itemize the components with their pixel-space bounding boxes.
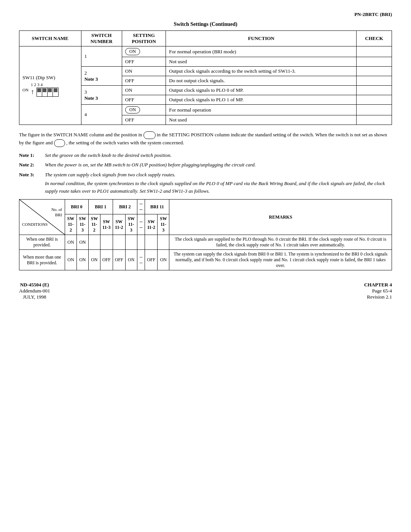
dip-switch-1	[37, 88, 42, 96]
diagonal-top-text: No. ofBRI	[21, 207, 63, 217]
col-header-check: CHECK	[357, 31, 392, 46]
footer-right: CHAPTER 4 Page 65-4 Revision 2.1	[364, 282, 392, 300]
sw-number-3: 3Note 3	[81, 86, 122, 105]
page-header: PN-2BRTC (BRI)	[19, 11, 392, 18]
footer-date: JULY, 1998	[19, 294, 50, 300]
switch-diagram: 1 2 3 4 ON ↑	[22, 82, 78, 97]
sw-number-1: 1	[81, 46, 122, 67]
footer-doc-number: ND-45504 (E)	[19, 282, 50, 288]
col-header-function: FUNCTION	[166, 31, 357, 46]
dip-switch-2	[42, 88, 48, 96]
condition-1: When one BRI is provided.	[19, 235, 65, 250]
section-title: Switch Settings (Continued)	[19, 21, 392, 27]
bri0-sw113-header: SW11-3	[76, 214, 88, 235]
bri-11-header: BRI 11	[145, 200, 169, 214]
r1-bri2-sw112	[113, 235, 125, 250]
dip-label: 1 2 3 4	[31, 82, 43, 87]
pos-on-2: ON	[122, 67, 166, 76]
on-label: ON	[22, 88, 29, 92]
bri11-sw112-header: SW11-2	[145, 214, 158, 235]
check-on-2	[357, 67, 392, 76]
func-on-4: For normal operation	[166, 105, 357, 115]
func-on-2: Output clock signals according to the sw…	[166, 67, 357, 76]
col-header-switch-number: SWITCHNUMBER	[81, 31, 122, 46]
note-1-text: Set the groove on the switch knob to the…	[45, 152, 172, 159]
header-title: PN-2BRTC (BRI)	[354, 11, 392, 17]
note-1-label: Note 1:	[19, 152, 42, 159]
r1-bri2-sw113	[125, 235, 137, 250]
r2-bri11-sw112: OFF	[145, 250, 158, 270]
check-on-1	[357, 46, 392, 57]
footnote-text: The figure in the SWITCH NAME column and…	[19, 131, 392, 147]
func-off-1: Not used	[166, 57, 357, 67]
bri0-sw112-header: SW11-2	[65, 214, 77, 235]
r1-remarks: The clock signals are supplied to the PL…	[169, 235, 392, 250]
bri-table: No. ofBRI CONDITIONS BRI 0 BRI 1 BRI 2 -…	[19, 199, 392, 270]
bri1-sw112-header: SW11-2	[88, 214, 100, 235]
check-on-3	[357, 86, 392, 95]
note-2-label: Note 2:	[19, 161, 42, 169]
bri1-sw113-header: SW11-3	[100, 214, 113, 235]
check-off-2	[357, 76, 392, 86]
footer-page: Page 65-4	[364, 288, 392, 294]
r2-bri0-sw113: ON	[76, 250, 88, 270]
switch-name-label: SW11 (Dip SW)	[22, 75, 78, 81]
check-on-4	[357, 105, 392, 115]
note-3: Note 3: The system can supply clock sign…	[19, 171, 392, 195]
page-footer: ND-45504 (E) Addendum-001 JULY, 1998 CHA…	[19, 282, 392, 300]
diagonal-header-cell: No. ofBRI CONDITIONS	[19, 200, 65, 235]
r2-bri1-sw113: OFF	[100, 250, 113, 270]
footer-revision: Revision 2.1	[364, 294, 392, 300]
check-off-4	[357, 115, 392, 125]
dip-switch-3	[48, 88, 53, 96]
r1-bri11-sw113	[158, 235, 169, 250]
switch-settings-table: SWITCH NAME SWITCHNUMBER SETTINGPOSITION…	[19, 30, 392, 125]
note-2: Note 2: When the power is on, set the MB…	[19, 161, 392, 169]
col-header-setting-position: SETTINGPOSITION	[122, 31, 166, 46]
footer-left: ND-45504 (E) Addendum-001 JULY, 1998	[19, 282, 50, 300]
note-3-line2: In normal condition, the system synchron…	[45, 180, 392, 195]
bri-2-header: BRI 2	[113, 200, 137, 214]
footnote-paragraph: The figure in the SWITCH NAME column and…	[19, 131, 392, 147]
note-1: Note 1: Set the groove on the switch kno…	[19, 152, 392, 159]
r1-bri11-sw112	[145, 235, 158, 250]
check-off-1	[357, 57, 392, 67]
note-3-line1: The system can supply clock signals from…	[45, 171, 392, 179]
func-on-1: For normal operation (BRI mode)	[166, 46, 357, 57]
bri-0-header: BRI 0	[65, 200, 89, 214]
r1-bri1-sw112	[88, 235, 100, 250]
arrow-up-icon: ↑	[31, 88, 34, 96]
condition-2: When more than one BRI is provided.	[19, 250, 65, 270]
switch-name-cell: SW11 (Dip SW) 1 2 3 4 ON ↑	[19, 46, 81, 125]
check-off-3	[357, 95, 392, 105]
pos-off-4: OFF	[122, 115, 166, 125]
remarks-header: REMARKS	[169, 200, 392, 235]
bri11-sw113-header: SW11-3	[158, 214, 169, 235]
pos-on-3: ON	[122, 86, 166, 95]
r2-bri1-sw112: ON	[88, 250, 100, 270]
r2-bri2-sw112: OFF	[113, 250, 125, 270]
note-2-text: When the power is on, set the MB switch …	[45, 161, 256, 169]
r2-remarks: The system can supply the clock signals …	[169, 250, 392, 270]
pos-on-4: ON	[122, 105, 166, 115]
diagonal-bottom-text: CONDITIONS	[21, 222, 63, 227]
r2-dash: ----	[137, 250, 145, 270]
pos-off-1: OFF	[122, 57, 166, 67]
bri2-sw112-header: SW11-2	[113, 214, 125, 235]
sw-number-2: 2Note 3	[81, 67, 122, 86]
pos-off-2: OFF	[122, 76, 166, 86]
bri-dash-header: ----	[137, 200, 145, 214]
sw-number-4: 4	[81, 105, 122, 125]
pos-off-3: OFF	[122, 95, 166, 105]
r2-bri11-sw113: ON	[158, 250, 169, 270]
note-3-text: The system can supply clock signals from…	[45, 171, 392, 195]
dip-switch-4	[53, 88, 58, 96]
bri2-sw113-header: SW11-3	[125, 214, 137, 235]
r1-bri1-sw113	[100, 235, 113, 250]
note-3-label: Note 3:	[19, 171, 42, 195]
notes-section: Note 1: Set the groove on the switch kno…	[19, 152, 392, 195]
r1-bri0-sw113: ON	[76, 235, 88, 250]
r2-bri0-sw112: ON	[65, 250, 77, 270]
func-on-3: Output clock signals to PLO 0 of MP.	[166, 86, 357, 95]
col-header-switch-name: SWITCH NAME	[19, 31, 81, 46]
